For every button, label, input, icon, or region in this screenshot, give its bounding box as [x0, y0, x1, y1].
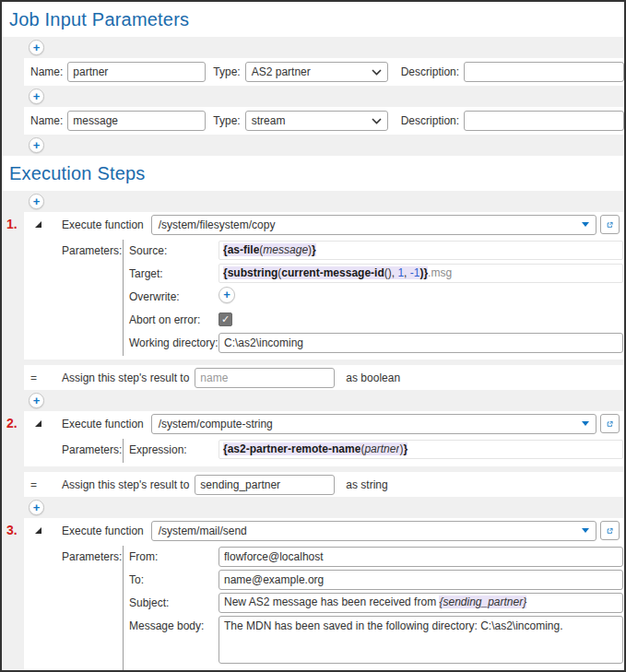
expression-value-field[interactable]: {as-file(message)} — [219, 241, 623, 260]
add-row[interactable]: + — [2, 390, 624, 411]
add-button[interactable]: + — [29, 393, 44, 408]
job-parameter-row[interactable]: Name:Type:AS2 partnerDescription: — [24, 58, 624, 86]
job-parameter-row[interactable]: Name:Type:streamDescription: — [24, 107, 624, 135]
parameter-value[interactable]: + — [219, 287, 623, 303]
function-path-combobox[interactable]: /system/compute-string — [151, 414, 596, 434]
execution-step[interactable]: 3.Execute function/system/mail/sendParam… — [24, 518, 624, 672]
parameter-name-label: From: — [129, 547, 219, 563]
parameter-name-label: To: — [129, 570, 219, 586]
parameter-type-select[interactable]: stream — [245, 111, 388, 131]
parameter-name-input[interactable] — [67, 62, 206, 82]
expression-value-field[interactable]: {substring(current-message-id(), 1, -1)}… — [219, 264, 623, 283]
assign-type-suffix: as string — [346, 478, 387, 491]
open-function-button[interactable] — [600, 521, 620, 540]
execution-steps-title: Execution Steps — [9, 163, 624, 184]
parameter-row[interactable]: Expression:{as2-partner-remote-name(part… — [129, 440, 623, 461]
function-path-combobox[interactable]: /system/filesystem/copy — [151, 215, 596, 235]
add-button[interactable]: + — [29, 88, 44, 104]
add-parameter-button[interactable]: + — [219, 287, 235, 303]
parameter-value[interactable]: New AS2 message has been received from {… — [219, 593, 623, 613]
collapse-triangle-icon[interactable] — [35, 527, 41, 534]
execution-step[interactable]: 1.Execute function/system/filesystem/cop… — [24, 212, 624, 360]
parameters-body[interactable]: Expression:{as2-partner-remote-name(part… — [123, 439, 624, 463]
execute-function-row[interactable]: Execute function/system/compute-string — [24, 411, 624, 436]
parameter-value-input[interactable] — [219, 547, 623, 567]
add-button[interactable]: + — [29, 500, 44, 515]
parameter-name-label: Subject: — [129, 593, 219, 609]
parameter-value[interactable] — [219, 333, 623, 353]
add-row[interactable]: + — [2, 86, 624, 107]
open-function-button[interactable] — [600, 414, 620, 433]
parameters-body[interactable]: From:To:Subject:New AS2 message has been… — [123, 546, 624, 672]
equals-symbol: = — [30, 371, 62, 384]
collapse-triangle-icon[interactable] — [35, 221, 41, 228]
expression-token: New AS2 message has been received from — [224, 595, 439, 608]
add-row[interactable]: + — [2, 497, 624, 518]
expression-token: {as-file — [223, 243, 259, 256]
parameters-body[interactable]: Source:{as-file(message)}Target:{substri… — [123, 240, 624, 356]
add-row[interactable]: + — [2, 135, 624, 156]
function-path-value: /system/compute-string — [159, 418, 273, 430]
parameter-value[interactable]: {as2-partner-remote-name(partner)} — [219, 440, 623, 459]
parameter-row[interactable]: Message body: — [129, 616, 623, 666]
parameter-value-input[interactable] — [219, 570, 623, 590]
assign-result-input[interactable] — [195, 368, 335, 388]
execution-steps-panel: +1.Execute function/system/filesystem/co… — [2, 191, 624, 672]
assign-type-suffix: as boolean — [346, 371, 400, 384]
parameter-value[interactable]: {as-file(message)} — [219, 241, 623, 260]
parameter-row[interactable]: Subject:New AS2 message has been receive… — [129, 593, 623, 614]
parameter-type-select[interactable]: AS2 partner — [245, 62, 388, 82]
parameter-row[interactable]: From: — [129, 547, 623, 568]
parameter-value[interactable]: {substring(current-message-id(), 1, -1)}… — [219, 264, 623, 283]
name-label: Name: — [30, 65, 63, 78]
parameters-section[interactable]: Parameters:Expression:{as2-partner-remot… — [24, 439, 624, 463]
add-button[interactable]: + — [29, 40, 44, 55]
parameters-label: Parameters: — [24, 240, 123, 356]
parameter-name-input[interactable] — [67, 111, 206, 131]
parameter-row[interactable]: To: — [129, 570, 623, 591]
add-row[interactable]: + — [2, 191, 624, 212]
execution-step[interactable]: 2.Execute function/system/compute-string… — [24, 411, 624, 466]
parameter-row[interactable]: Target:{substring(current-message-id(), … — [129, 264, 623, 285]
plus-icon: + — [33, 90, 41, 103]
assign-result-row[interactable]: =Assign this step's result toas boolean — [24, 365, 624, 390]
chevron-down-icon — [372, 118, 382, 124]
plus-icon: + — [33, 41, 41, 54]
execute-function-row[interactable]: Execute function/system/filesystem/copy — [24, 212, 624, 237]
function-path-combobox[interactable]: /system/mail/send — [151, 521, 596, 541]
assign-result-label: Assign this step's result to — [62, 371, 189, 384]
parameter-row[interactable]: Overwrite:+ — [129, 287, 623, 308]
message-body-textarea[interactable] — [219, 616, 623, 664]
parameter-row[interactable]: Working directory: — [129, 333, 623, 354]
parameter-name-label: Abort on error: — [129, 310, 219, 326]
parameter-name-label: Working directory: — [129, 333, 219, 349]
parameter-row[interactable]: Source:{as-file(message)} — [129, 241, 623, 262]
assign-result-row[interactable]: =Assign this step's result toas string — [24, 472, 624, 497]
parameter-description-input[interactable] — [464, 111, 624, 131]
expression-token: } — [312, 243, 316, 256]
parameters-section[interactable]: Parameters:Source:{as-file(message)}Targ… — [24, 240, 624, 356]
parameter-value[interactable] — [219, 547, 623, 567]
expression-value-field[interactable]: {as2-partner-remote-name(partner)} — [219, 440, 623, 459]
parameter-value[interactable] — [219, 570, 623, 590]
parameter-value[interactable]: ✓ — [219, 310, 623, 326]
collapse-triangle-icon[interactable] — [35, 420, 41, 427]
step-number: 3. — [6, 523, 18, 537]
abort-on-error-checkbox[interactable]: ✓ — [219, 312, 232, 326]
parameter-row[interactable]: Abort on error:✓ — [129, 310, 623, 331]
parameter-description-input[interactable] — [464, 62, 624, 82]
add-button[interactable]: + — [29, 194, 44, 209]
open-function-button[interactable] — [600, 215, 620, 234]
execute-function-row[interactable]: Execute function/system/mail/send — [24, 518, 624, 543]
assign-result-input[interactable] — [195, 475, 335, 495]
expression-token: -1 — [410, 266, 420, 279]
subject-value-field[interactable]: New AS2 message has been received from {… — [219, 593, 623, 613]
expression-token: )} — [419, 266, 428, 279]
parameters-section[interactable]: Parameters:From:To:Subject:New AS2 messa… — [24, 546, 624, 672]
parameter-value[interactable] — [219, 616, 623, 666]
add-row[interactable]: + — [2, 37, 624, 58]
selected-type-value: AS2 partner — [252, 65, 311, 78]
parameter-value-input[interactable] — [219, 333, 623, 353]
parameters-label: Parameters: — [24, 439, 123, 463]
add-button[interactable]: + — [29, 137, 44, 153]
